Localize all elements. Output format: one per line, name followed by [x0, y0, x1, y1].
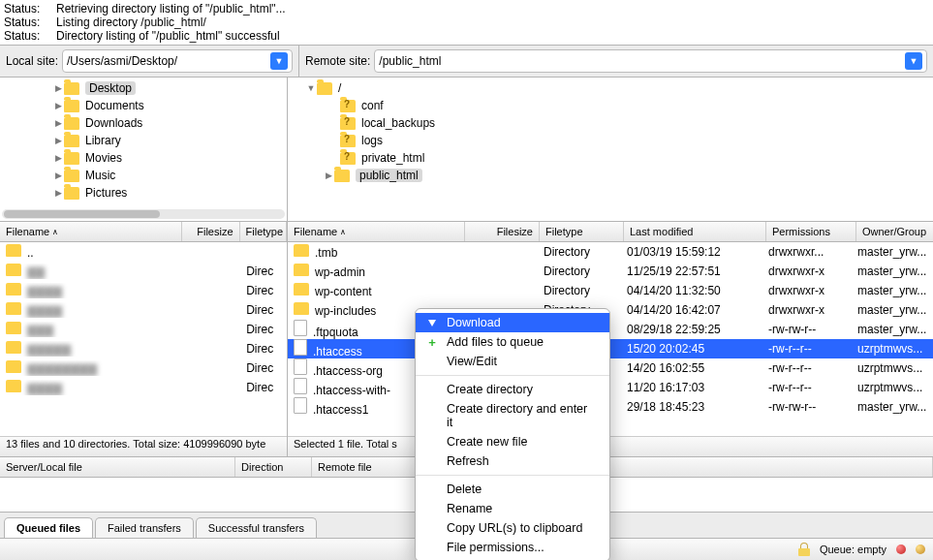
cell-type: Direc	[240, 284, 287, 297]
menu-add-files-to-queue[interactable]: +Add files to queue	[416, 332, 609, 352]
list-item[interactable]: .htaccess-with-11/20 16:17:03-rw-r--r--u…	[288, 378, 933, 397]
menu-file-permissions[interactable]: File permissions...	[416, 538, 609, 557]
folder-icon	[317, 82, 332, 95]
tab-queued-files[interactable]: Queued files	[4, 517, 93, 538]
list-item[interactable]: ▇▇▇▇▇▇▇▇Direc	[0, 358, 287, 378]
col-direction[interactable]: Direction	[235, 457, 312, 477]
col-filename[interactable]: Filename∧	[0, 222, 182, 241]
cell-owner: master_yrw...	[852, 323, 933, 336]
folder-icon	[64, 187, 79, 200]
menu-separator	[416, 475, 609, 476]
folder-icon	[6, 244, 21, 257]
chevron-down-icon[interactable]: ▼	[270, 52, 288, 70]
menu-delete[interactable]: Delete	[416, 480, 609, 499]
tab-failed-transfers[interactable]: Failed transfers	[95, 517, 194, 538]
menu-copy-urls[interactable]: Copy URL(s) to clipboard	[416, 518, 609, 538]
cell-type: Direc	[240, 381, 287, 394]
folder-icon	[6, 322, 21, 334]
list-item[interactable]: ▇▇▇▇Direc	[0, 300, 287, 320]
chevron-icon[interactable]	[323, 171, 334, 180]
file-icon	[294, 339, 307, 356]
list-item[interactable]: .ftpquota17File08/29/18 22:59:25-rw-rw-r…	[288, 320, 933, 339]
local-site-select[interactable]: /Users/asmi/Desktop/ ▼	[62, 49, 293, 73]
list-item[interactable]: ▇▇Direc	[0, 262, 287, 281]
tree-item[interactable]: /	[288, 79, 933, 97]
tree-item[interactable]: conf	[288, 97, 933, 114]
chevron-right-icon[interactable]	[52, 83, 64, 93]
folder-icon	[6, 302, 21, 315]
menu-rename[interactable]: Rename	[416, 499, 609, 518]
tab-successful-transfers[interactable]: Successful transfers	[196, 517, 317, 538]
lock-icon[interactable]	[798, 543, 810, 556]
col-owner-group[interactable]: Owner/Group	[856, 222, 933, 241]
col-last-modified[interactable]: Last modified	[624, 222, 766, 241]
tree-item[interactable]: logs	[288, 132, 933, 149]
tree-item-label: public_html	[356, 169, 422, 182]
col-filename[interactable]: Filename∧	[288, 222, 465, 241]
list-item[interactable]: wp-includesDirectory04/14/20 16:42:07drw…	[288, 300, 933, 320]
remote-tree[interactable]: /conflocal_backupslogsprivate_htmlpublic…	[288, 78, 933, 221]
tree-item[interactable]: Music	[0, 167, 287, 184]
menu-download[interactable]: Download	[416, 313, 609, 332]
folder-icon	[294, 283, 309, 296]
remote-list-header[interactable]: Filename∧ Filesize Filetype Last modifie…	[288, 222, 933, 242]
chevron-right-icon[interactable]	[52, 136, 64, 145]
list-item[interactable]: wp-adminDirectory11/25/19 22:57:51drwxrw…	[288, 262, 933, 281]
tree-item[interactable]: Desktop	[0, 79, 287, 97]
menu-create-directory[interactable]: Create directory	[416, 380, 609, 399]
chevron-right-icon[interactable]	[52, 188, 64, 198]
list-item[interactable]: wp-contentDirectory04/14/20 11:32:50drwx…	[288, 281, 933, 300]
list-item[interactable]: ▇▇▇▇Direc	[0, 378, 287, 397]
chevron-right-icon[interactable]	[52, 101, 64, 110]
tree-item[interactable]: Downloads	[0, 114, 287, 132]
local-site-path: /Users/asmi/Desktop/	[67, 54, 177, 68]
chevron-down-icon[interactable]: ▼	[905, 52, 922, 70]
status-pane: Status:Retrieving directory listing of "…	[0, 0, 933, 46]
cell-permissions: -rw-rw-r--	[762, 400, 852, 414]
menu-create-new-file[interactable]: Create new file	[416, 432, 609, 451]
remote-site-select[interactable]: /public_html ▼	[374, 49, 927, 73]
list-item[interactable]: ..	[0, 242, 287, 262]
tree-item[interactable]: Pictures	[0, 184, 287, 202]
list-item[interactable]: ▇▇▇Direc	[0, 320, 287, 339]
folder-icon	[340, 100, 356, 112]
col-filesize[interactable]: Filesize	[182, 222, 239, 241]
tree-item[interactable]: local_backups	[288, 114, 933, 132]
local-tree[interactable]: DesktopDocumentsDownloadsLibraryMoviesMu…	[0, 78, 288, 221]
chevron-right-icon[interactable]	[52, 171, 64, 180]
col-permissions[interactable]: Permissions	[766, 222, 856, 241]
col-server-local[interactable]: Server/Local file	[0, 457, 235, 477]
cell-modified: 29/18 18:45:23	[621, 400, 762, 414]
sort-asc-icon: ∧	[340, 228, 346, 236]
col-remote-file[interactable]: Remote file	[312, 457, 933, 477]
chevron-right-icon[interactable]	[52, 118, 64, 128]
scrollbar-horizontal[interactable]	[2, 209, 285, 219]
local-list-header[interactable]: Filename∧ Filesize Filetype	[0, 222, 287, 242]
list-item[interactable]: ▇▇▇▇▇Direc	[0, 339, 287, 358]
list-item[interactable]: .tmbDirectory01/03/19 15:59:12drwxrwxr..…	[288, 242, 933, 262]
cell-name: ▇▇▇	[0, 322, 184, 337]
col-filetype[interactable]: Filetype	[240, 222, 287, 241]
local-list-body[interactable]: ..▇▇Direc▇▇▇▇Direc▇▇▇▇Direc▇▇▇Direc▇▇▇▇▇…	[0, 242, 287, 436]
tree-item[interactable]: private_html	[288, 149, 933, 167]
chevron-icon[interactable]	[305, 83, 317, 93]
cell-type: Directory	[538, 284, 621, 297]
menu-create-directory-enter[interactable]: Create directory and enter it	[416, 399, 609, 432]
menu-view-edit[interactable]: View/Edit	[416, 352, 609, 371]
tree-item[interactable]: Movies	[0, 149, 287, 167]
tree-item[interactable]: public_html	[288, 167, 933, 184]
list-item[interactable]: .htaccess-org14/20 16:02:55-rw-r--r--uzr…	[288, 358, 933, 378]
list-item[interactable]: ▇▇▇▇Direc	[0, 281, 287, 300]
tree-item[interactable]: Library	[0, 132, 287, 149]
list-item[interactable]: .htaccess129/18 18:45:23-rw-rw-r--master…	[288, 397, 933, 417]
cell-name: ▇▇▇▇	[0, 283, 184, 298]
tree-item-label: /	[338, 81, 341, 95]
folder-icon	[334, 170, 350, 182]
chevron-right-icon[interactable]	[52, 153, 64, 163]
remote-list-body[interactable]: .tmbDirectory01/03/19 15:59:12drwxrwxr..…	[288, 242, 933, 436]
col-filetype[interactable]: Filetype	[540, 222, 624, 241]
tree-item[interactable]: Documents	[0, 97, 287, 114]
col-filesize[interactable]: Filesize	[465, 222, 540, 241]
list-item[interactable]: .htaccess15/20 20:02:45-rw-r--r--uzrptmw…	[288, 339, 933, 358]
menu-refresh[interactable]: Refresh	[416, 451, 609, 471]
